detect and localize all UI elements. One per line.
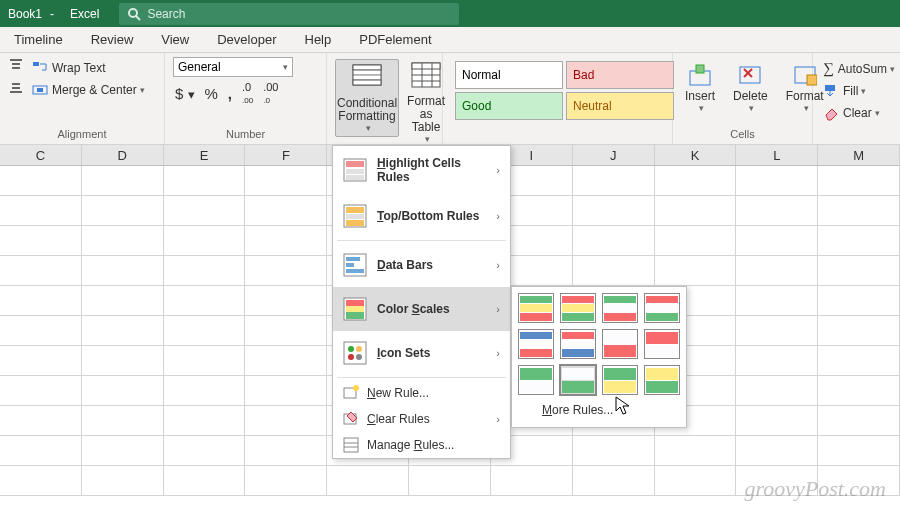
svg-rect-3 bbox=[12, 63, 20, 65]
bottom-align-icon[interactable] bbox=[8, 79, 24, 95]
col-header[interactable]: L bbox=[736, 145, 818, 165]
menu-new-rule[interactable]: New Rule... bbox=[333, 380, 510, 406]
svg-rect-40 bbox=[346, 263, 354, 267]
color-scale-option[interactable] bbox=[644, 329, 680, 359]
number-format-combo[interactable]: General▾ bbox=[173, 57, 293, 77]
comma-button[interactable]: , bbox=[228, 85, 232, 102]
top-bottom-icon bbox=[343, 204, 367, 228]
tab-timeline[interactable]: Timeline bbox=[0, 32, 77, 47]
app-name: Excel bbox=[54, 7, 99, 21]
search-placeholder: Search bbox=[147, 7, 185, 21]
percent-button[interactable]: % bbox=[205, 85, 218, 102]
menu-clear-rules[interactable]: Clear Rules› bbox=[333, 406, 510, 432]
manage-rules-icon bbox=[343, 437, 359, 453]
style-normal[interactable]: Normal bbox=[455, 61, 563, 89]
tab-developer[interactable]: Developer bbox=[203, 32, 290, 47]
svg-rect-41 bbox=[346, 269, 364, 273]
color-scale-option[interactable] bbox=[644, 365, 680, 395]
svg-rect-43 bbox=[346, 300, 364, 306]
merge-center-button[interactable]: Merge & Center bbox=[28, 80, 149, 100]
fill-button[interactable]: Fill bbox=[821, 81, 890, 101]
svg-point-0 bbox=[129, 9, 137, 17]
color-scale-option[interactable] bbox=[602, 329, 638, 359]
menu-manage-rules[interactable]: Manage Rules... bbox=[333, 432, 510, 458]
search-icon bbox=[127, 7, 141, 21]
conditional-formatting-button[interactable]: Conditional Formatting bbox=[335, 59, 399, 137]
group-label-cells: Cells bbox=[681, 128, 804, 142]
wrap-text-button[interactable]: Wrap Text bbox=[28, 58, 110, 78]
delete-cells-icon bbox=[738, 63, 762, 87]
svg-rect-7 bbox=[12, 83, 20, 85]
col-header[interactable]: F bbox=[245, 145, 327, 165]
col-header[interactable]: M bbox=[818, 145, 900, 165]
svg-point-48 bbox=[356, 346, 362, 352]
style-bad[interactable]: Bad bbox=[566, 61, 674, 89]
svg-rect-37 bbox=[346, 220, 364, 226]
col-header[interactable]: J bbox=[573, 145, 655, 165]
col-header[interactable]: E bbox=[164, 145, 246, 165]
menu-top-bottom-rules[interactable]: Top/Bottom Rules› bbox=[333, 194, 510, 238]
svg-rect-33 bbox=[346, 175, 364, 180]
fill-down-icon bbox=[823, 83, 839, 99]
conditional-formatting-icon bbox=[351, 63, 383, 95]
watermark: groovyPost.com bbox=[744, 476, 886, 502]
insert-button[interactable]: Insert bbox=[681, 61, 719, 115]
group-label-number: Number bbox=[173, 128, 318, 142]
svg-rect-35 bbox=[346, 207, 364, 213]
decrease-decimal-button[interactable]: .00.0 bbox=[263, 81, 278, 105]
svg-line-1 bbox=[136, 16, 140, 20]
menu-icon-sets[interactable]: Icon Sets› bbox=[333, 331, 510, 375]
wrap-text-icon bbox=[32, 60, 48, 76]
tab-help[interactable]: Help bbox=[291, 32, 346, 47]
col-header[interactable]: C bbox=[0, 145, 82, 165]
svg-rect-54 bbox=[344, 438, 358, 452]
svg-rect-29 bbox=[825, 85, 835, 91]
style-neutral[interactable]: Neutral bbox=[566, 92, 674, 120]
increase-decimal-button[interactable]: .0.00 bbox=[242, 81, 253, 105]
color-scale-option[interactable] bbox=[560, 365, 596, 395]
svg-rect-23 bbox=[696, 65, 704, 73]
tab-view[interactable]: View bbox=[147, 32, 203, 47]
svg-rect-46 bbox=[344, 342, 366, 364]
delete-button[interactable]: Delete bbox=[729, 61, 772, 115]
currency-button[interactable]: $ ▾ bbox=[175, 85, 195, 102]
color-scale-option[interactable] bbox=[518, 329, 554, 359]
autosum-button[interactable]: ∑ AutoSum bbox=[821, 58, 890, 79]
color-scales-icon bbox=[343, 297, 367, 321]
menu-data-bars[interactable]: Data Bars› bbox=[333, 243, 510, 287]
eraser-icon bbox=[823, 105, 839, 121]
svg-rect-17 bbox=[412, 63, 440, 69]
svg-rect-14 bbox=[353, 75, 381, 80]
svg-rect-6 bbox=[10, 91, 22, 93]
tab-pdfelement[interactable]: PDFelement bbox=[345, 32, 445, 47]
col-header[interactable]: K bbox=[655, 145, 737, 165]
menu-highlight-cells-rules[interactable]: Highlight Cells Rules› bbox=[333, 146, 510, 194]
color-scale-option[interactable] bbox=[560, 329, 596, 359]
svg-rect-39 bbox=[346, 257, 360, 261]
color-scale-option[interactable] bbox=[560, 293, 596, 323]
svg-point-49 bbox=[348, 354, 354, 360]
workbook-name: Book1 bbox=[0, 7, 50, 21]
icon-sets-icon bbox=[343, 341, 367, 365]
svg-point-50 bbox=[356, 354, 362, 360]
color-scale-option[interactable] bbox=[518, 365, 554, 395]
clear-button[interactable]: Clear bbox=[821, 103, 890, 123]
color-scale-option[interactable] bbox=[518, 293, 554, 323]
color-scale-option[interactable] bbox=[644, 293, 680, 323]
svg-rect-45 bbox=[346, 312, 364, 319]
col-header[interactable]: D bbox=[82, 145, 164, 165]
menu-color-scales[interactable]: Color Scales› bbox=[333, 287, 510, 331]
svg-rect-31 bbox=[346, 161, 364, 167]
svg-point-52 bbox=[353, 385, 359, 391]
svg-rect-44 bbox=[346, 306, 364, 312]
search-box[interactable]: Search bbox=[119, 3, 459, 25]
top-align-icon[interactable] bbox=[8, 57, 24, 73]
svg-rect-32 bbox=[346, 169, 364, 174]
style-good[interactable]: Good bbox=[455, 92, 563, 120]
conditional-formatting-menu: Highlight Cells Rules› Top/Bottom Rules›… bbox=[332, 145, 511, 459]
svg-rect-2 bbox=[10, 59, 22, 61]
tab-review[interactable]: Review bbox=[77, 32, 148, 47]
color-scale-option[interactable] bbox=[602, 365, 638, 395]
more-rules-link[interactable]: More Rules... bbox=[518, 395, 680, 421]
color-scale-option[interactable] bbox=[602, 293, 638, 323]
